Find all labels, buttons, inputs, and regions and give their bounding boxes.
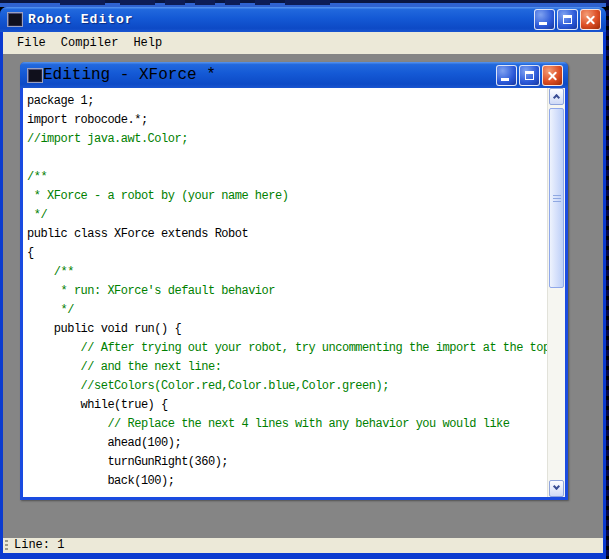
menu-bar: File Compiler Help — [3, 32, 603, 54]
vertical-scrollbar[interactable] — [547, 88, 565, 497]
code-line: // and the next line: — [27, 358, 547, 377]
background-artifact — [60, 0, 105, 5]
code-line: ahead(100); — [27, 434, 547, 453]
scrollbar-grip-icon — [553, 195, 561, 203]
code-line: import robocode.*; — [27, 111, 547, 130]
code-line: /** — [27, 168, 547, 187]
outer-window-title: Robot Editor — [28, 12, 134, 27]
code-line: public void run() { — [27, 320, 547, 339]
code-line: /** — [27, 263, 547, 282]
code-line: //import java.awt.Color; — [27, 130, 547, 149]
robot-file-icon[interactable] — [27, 68, 43, 83]
code-lines: package 1;import robocode.*;//import jav… — [27, 92, 547, 491]
minimize-button[interactable] — [534, 9, 555, 30]
editing-window-title: Editing - XForce * — [43, 66, 216, 84]
status-bar: Line: 1 — [3, 538, 603, 553]
code-line: package 1; — [27, 92, 547, 111]
close-button[interactable] — [580, 9, 601, 30]
chevron-up-icon — [553, 94, 560, 101]
code-line: // Replace the next 4 lines with any beh… — [27, 415, 547, 434]
menu-help[interactable]: Help — [128, 34, 167, 52]
outer-titlebar[interactable]: Robot Editor — [0, 7, 606, 32]
menu-compiler[interactable]: Compiler — [56, 34, 124, 52]
editor-content: package 1;import robocode.*;//import jav… — [23, 88, 565, 497]
scroll-up-button[interactable] — [549, 88, 564, 105]
code-line: // After trying out your robot, try unco… — [27, 339, 547, 358]
background-artifact — [285, 0, 330, 5]
line-indicator: Line: 1 — [14, 538, 64, 553]
chevron-down-icon — [553, 483, 560, 490]
menu-file[interactable]: File — [12, 34, 51, 52]
minimize-icon — [539, 22, 547, 25]
code-line: while(true) { — [27, 396, 547, 415]
minimize-icon — [501, 78, 509, 81]
code-line: { — [27, 244, 547, 263]
background-window-sliver — [0, 0, 609, 7]
editor-maximize-button[interactable] — [519, 65, 540, 86]
code-line: */ — [27, 206, 547, 225]
editor-close-button[interactable] — [542, 65, 563, 86]
code-line — [27, 149, 547, 168]
code-line: //setColors(Color.red,Color.blue,Color.g… — [27, 377, 547, 396]
robot-editor-window: Robot Editor File Compiler Help Editing … — [0, 7, 606, 559]
background-artifact — [165, 0, 185, 5]
editor-minimize-button[interactable] — [496, 65, 517, 86]
editing-window: Editing - XForce * package 1;import robo… — [20, 62, 568, 500]
statusbar-grip-icon — [5, 540, 8, 551]
scroll-down-button[interactable] — [549, 480, 564, 497]
maximize-icon — [525, 71, 534, 80]
code-line: turnGunRight(360); — [27, 453, 547, 472]
background-artifact — [120, 0, 155, 5]
maximize-icon — [563, 15, 572, 24]
code-line: public class XForce extends Robot — [27, 225, 547, 244]
scrollbar-thumb[interactable] — [549, 108, 564, 288]
code-line: * run: XForce's default behavior — [27, 282, 547, 301]
code-editor[interactable]: package 1;import robocode.*;//import jav… — [23, 88, 547, 497]
background-artifact — [255, 0, 270, 5]
maximize-button[interactable] — [557, 9, 578, 30]
code-line: * XForce - a robot by (your name here) — [27, 187, 547, 206]
background-artifact — [195, 0, 215, 5]
background-artifact — [225, 0, 240, 5]
mdi-desktop: Editing - XForce * package 1;import robo… — [3, 54, 603, 538]
code-line: back(100); — [27, 472, 547, 491]
code-line: */ — [27, 301, 547, 320]
editing-titlebar[interactable]: Editing - XForce * — [20, 62, 568, 88]
robocode-app-icon[interactable] — [7, 12, 23, 27]
